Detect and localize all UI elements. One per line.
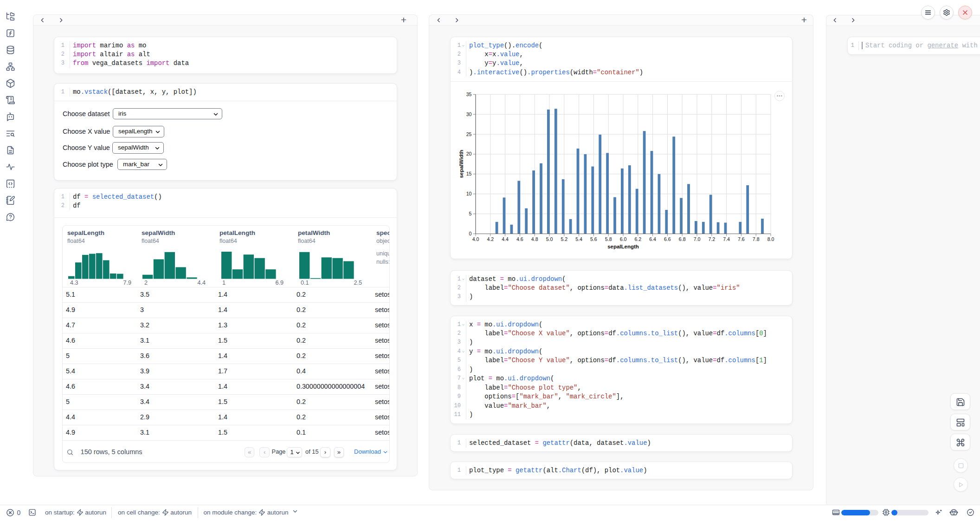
svg-text:6.6: 6.6 [664, 236, 671, 242]
svg-text:25: 25 [466, 131, 472, 137]
svg-text:7.2: 7.2 [708, 236, 715, 242]
svg-text:15: 15 [466, 171, 472, 176]
svg-text:5: 5 [469, 211, 472, 216]
svg-text:sepalWidth: sepalWidth [458, 150, 464, 178]
svg-text:30: 30 [466, 111, 472, 117]
svg-text:5.4: 5.4 [575, 236, 582, 242]
svg-text:6.4: 6.4 [649, 236, 656, 242]
svg-text:4.2: 4.2 [487, 236, 494, 242]
svg-text:6.2: 6.2 [634, 236, 641, 242]
svg-text:5.8: 5.8 [605, 236, 612, 242]
svg-text:8.0: 8.0 [767, 236, 774, 242]
svg-text:20: 20 [466, 151, 472, 156]
svg-text:7.8: 7.8 [753, 236, 760, 242]
svg-text:7.4: 7.4 [723, 236, 730, 242]
svg-text:4.0: 4.0 [472, 236, 479, 242]
svg-text:5.2: 5.2 [561, 236, 567, 242]
svg-text:5.0: 5.0 [546, 236, 553, 242]
svg-text:35: 35 [466, 91, 472, 97]
svg-text:10: 10 [466, 191, 472, 196]
svg-text:7.0: 7.0 [694, 236, 701, 242]
svg-text:4.6: 4.6 [516, 236, 523, 242]
svg-text:4.8: 4.8 [531, 236, 538, 242]
svg-text:7.6: 7.6 [738, 236, 745, 242]
svg-text:0: 0 [469, 231, 472, 236]
svg-text:sepalLength: sepalLength [607, 244, 639, 249]
svg-text:5.6: 5.6 [590, 236, 597, 242]
svg-text:6.0: 6.0 [620, 236, 627, 242]
svg-text:4.4: 4.4 [502, 236, 509, 242]
svg-text:6.8: 6.8 [679, 236, 686, 242]
